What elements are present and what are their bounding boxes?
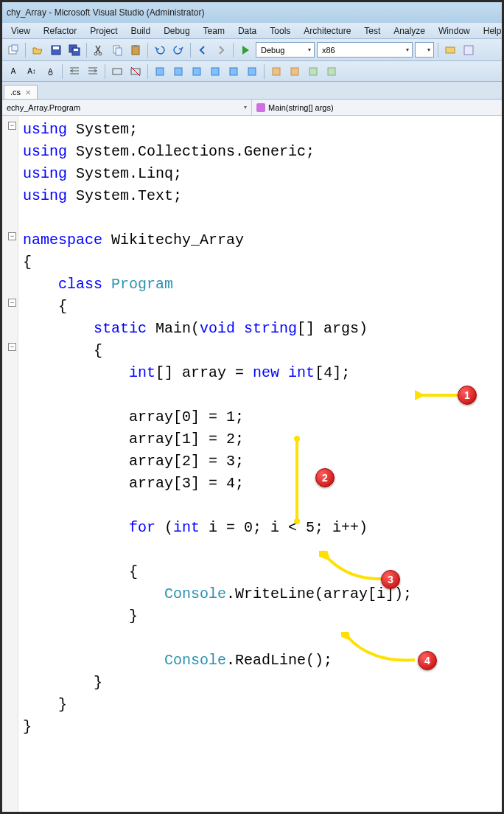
svg-rect-22 — [230, 68, 237, 75]
empty-dropdown[interactable] — [415, 42, 434, 58]
svg-rect-15 — [113, 69, 122, 74]
svg-rect-21 — [211, 68, 219, 75]
menu-data[interactable]: Data — [232, 24, 262, 38]
menu-team[interactable]: Team — [197, 24, 231, 38]
code-content[interactable]: using System; using System.Collections.G… — [2, 116, 502, 738]
menubar: View Refactor Project Build Debug Team D… — [2, 23, 502, 39]
menu-project[interactable]: Project — [84, 24, 123, 38]
tab-file[interactable]: .cs ✕ — [4, 85, 38, 99]
outline-toggle[interactable]: − — [8, 122, 16, 130]
nav-fwd-icon[interactable] — [213, 42, 229, 58]
menu-build[interactable]: Build — [125, 24, 157, 38]
copy-icon[interactable] — [109, 42, 125, 58]
outline-toggle[interactable]: − — [8, 299, 16, 307]
saveall-icon[interactable] — [66, 42, 83, 58]
annotation-badge-1: 1 — [458, 386, 477, 405]
titlebar: chy_Array - Microsoft Visual Studio (Adm… — [2, 2, 502, 23]
bookmark2-icon[interactable] — [170, 63, 186, 80]
svg-rect-25 — [291, 68, 298, 75]
redo-icon[interactable] — [170, 42, 186, 58]
ext1-icon[interactable] — [268, 63, 284, 80]
svg-rect-1 — [12, 45, 18, 51]
menu-window[interactable]: Window — [433, 24, 476, 38]
tb2-c-icon[interactable]: A̲ — [42, 63, 58, 80]
new-project-icon[interactable] — [5, 42, 21, 58]
menu-view[interactable]: View — [5, 24, 36, 38]
bookmark6-icon[interactable] — [244, 63, 260, 80]
menu-analyze[interactable]: Analyze — [388, 24, 431, 38]
bookmark4-icon[interactable] — [207, 63, 223, 80]
nav-bar: echy_Array.Program Main(string[] args) — [2, 100, 502, 116]
outdent-icon[interactable] — [85, 63, 101, 80]
outline-toggle[interactable]: − — [8, 232, 16, 240]
tb2-b-icon[interactable]: A↕ — [24, 63, 40, 80]
editor-toolbar: A A↕ A̲ — [2, 61, 502, 82]
ext3-icon[interactable] — [305, 63, 321, 80]
method-icon — [256, 103, 265, 112]
gutter — [2, 116, 18, 814]
bookmark5-icon[interactable] — [225, 63, 242, 80]
start-icon[interactable] — [237, 42, 253, 58]
svg-rect-20 — [193, 68, 200, 75]
editor-tabs: .cs ✕ — [2, 82, 502, 100]
bookmark-icon[interactable] — [152, 63, 168, 80]
annotation-badge-3: 3 — [381, 570, 400, 589]
svg-rect-6 — [74, 49, 78, 51]
svg-rect-12 — [134, 45, 137, 47]
main-toolbar: Debug x86 — [2, 39, 502, 61]
menu-debug[interactable]: Debug — [158, 24, 195, 38]
menu-test[interactable]: Test — [358, 24, 386, 38]
tab-close-icon[interactable]: ✕ — [25, 88, 31, 97]
window-title: chy_Array - Microsoft Visual Studio (Adm… — [7, 7, 205, 18]
svg-rect-13 — [446, 47, 455, 53]
tab-label: .cs — [10, 88, 21, 97]
uncomment-icon[interactable] — [127, 63, 144, 80]
annotation-badge-2: 2 — [315, 468, 335, 487]
open-icon[interactable] — [29, 42, 46, 58]
svg-rect-26 — [309, 68, 317, 75]
svg-rect-3 — [53, 46, 59, 49]
menu-help[interactable]: Help — [477, 24, 504, 38]
solution-icon[interactable] — [461, 42, 477, 58]
svg-rect-14 — [464, 46, 473, 55]
config-dropdown[interactable]: Debug — [256, 42, 315, 58]
svg-rect-23 — [248, 68, 256, 75]
ext2-icon[interactable] — [287, 63, 303, 80]
svg-rect-24 — [273, 68, 280, 75]
comment-icon[interactable] — [109, 63, 125, 80]
annotation-badge-4: 4 — [418, 651, 437, 670]
undo-icon[interactable] — [152, 42, 168, 58]
svg-rect-27 — [328, 68, 335, 75]
menu-architecture[interactable]: Architecture — [298, 24, 357, 38]
outline-toggle[interactable]: − — [8, 343, 16, 351]
bookmark3-icon[interactable] — [189, 63, 205, 80]
save-icon[interactable] — [48, 42, 64, 58]
code-editor[interactable]: − − − − using System; using System.Colle… — [2, 116, 502, 814]
svg-rect-18 — [156, 68, 164, 75]
indent-icon[interactable] — [66, 63, 83, 80]
tb2-a-icon[interactable]: A — [5, 63, 21, 80]
nav-back-icon[interactable] — [195, 42, 211, 58]
platform-dropdown[interactable]: x86 — [317, 42, 413, 58]
menu-tools[interactable]: Tools — [264, 24, 296, 38]
svg-rect-19 — [175, 68, 182, 75]
nav-class-dropdown[interactable]: echy_Array.Program — [2, 100, 252, 115]
nav-method-dropdown[interactable]: Main(string[] args) — [252, 103, 502, 112]
paste-icon[interactable] — [127, 42, 144, 58]
cut-icon[interactable] — [91, 42, 107, 58]
ext4-icon[interactable] — [323, 63, 340, 80]
find-icon[interactable] — [442, 42, 458, 58]
svg-rect-10 — [116, 48, 122, 55]
menu-refactor[interactable]: Refactor — [38, 24, 83, 38]
